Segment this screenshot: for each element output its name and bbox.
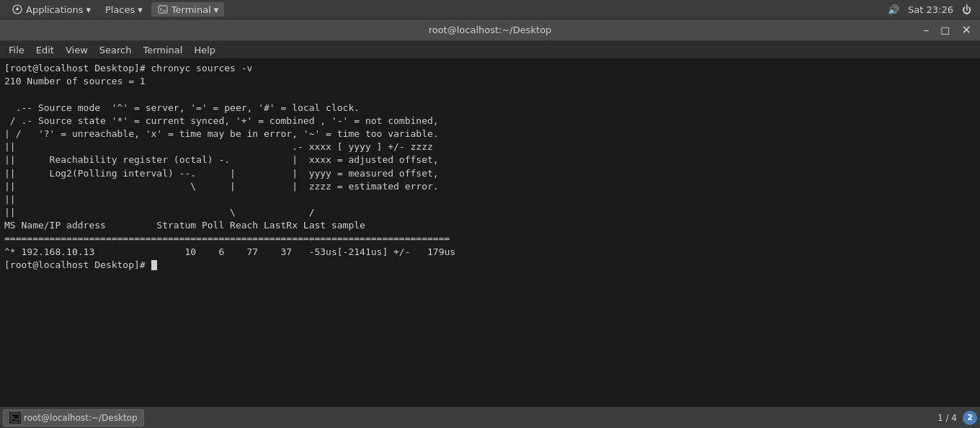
taskbar: root@localhost:~/Desktop 1 / 4 2	[0, 406, 980, 428]
menu-view[interactable]: View	[60, 43, 94, 57]
places-menu[interactable]: Places ▾	[99, 3, 148, 17]
pager-text: 1 / 4	[937, 413, 957, 423]
taskbar-terminal-icon	[9, 412, 21, 424]
terminal-content[interactable]: [root@localhost Desktop]# chronyc source…	[0, 59, 980, 406]
places-label: Places	[105, 4, 135, 15]
applications-chevron: ▾	[86, 4, 91, 15]
terminal-label: Terminal	[172, 4, 211, 15]
taskbar-terminal-item[interactable]: root@localhost:~/Desktop	[3, 409, 144, 427]
applications-menu[interactable]: Applications ▾	[6, 2, 97, 17]
title-bar-title: root@localhost:~/Desktop	[429, 24, 552, 35]
minimize-button[interactable]: –	[920, 24, 932, 36]
system-bar-left: Applications ▾ Places ▾ Terminal ▾	[6, 2, 224, 17]
menu-file[interactable]: File	[3, 43, 30, 57]
applications-label: Applications	[26, 4, 83, 15]
system-bar-right: 🔊 Sat 23:26 ⏻	[885, 3, 974, 17]
close-button[interactable]: ✕	[959, 24, 974, 36]
maximize-button[interactable]: ◻	[937, 24, 953, 36]
menu-edit[interactable]: Edit	[30, 43, 60, 57]
terminal-menu[interactable]: Terminal ▾	[151, 2, 224, 17]
svg-rect-1	[159, 6, 167, 13]
menu-bar: File Edit View Search Terminal Help	[0, 41, 980, 59]
taskbar-item-label: root@localhost:~/Desktop	[24, 413, 138, 423]
power-icon[interactable]: ⏻	[959, 3, 974, 17]
menu-help[interactable]: Help	[188, 43, 221, 57]
volume-icon[interactable]: 🔊	[885, 3, 902, 17]
menu-terminal[interactable]: Terminal	[137, 43, 188, 57]
title-bar: root@localhost:~/Desktop – ◻ ✕	[0, 19, 980, 41]
terminal-icon	[157, 4, 169, 15]
taskbar-right: 1 / 4 2	[937, 411, 977, 425]
terminal-cursor	[151, 260, 157, 270]
applications-icon	[12, 4, 23, 15]
system-bar: Applications ▾ Places ▾ Terminal ▾ 🔊 Sat…	[0, 0, 980, 19]
menu-search[interactable]: Search	[94, 43, 138, 57]
taskbar-left: root@localhost:~/Desktop	[3, 409, 144, 427]
pager-badge[interactable]: 2	[963, 411, 977, 425]
svg-rect-3	[12, 414, 19, 422]
terminal-chevron: ▾	[214, 4, 219, 15]
title-bar-controls: – ◻ ✕	[920, 24, 974, 36]
datetime: Sat 23:26	[908, 4, 953, 15]
terminal-window: root@localhost:~/Desktop – ◻ ✕ File Edit…	[0, 19, 980, 406]
places-chevron: ▾	[138, 4, 143, 15]
